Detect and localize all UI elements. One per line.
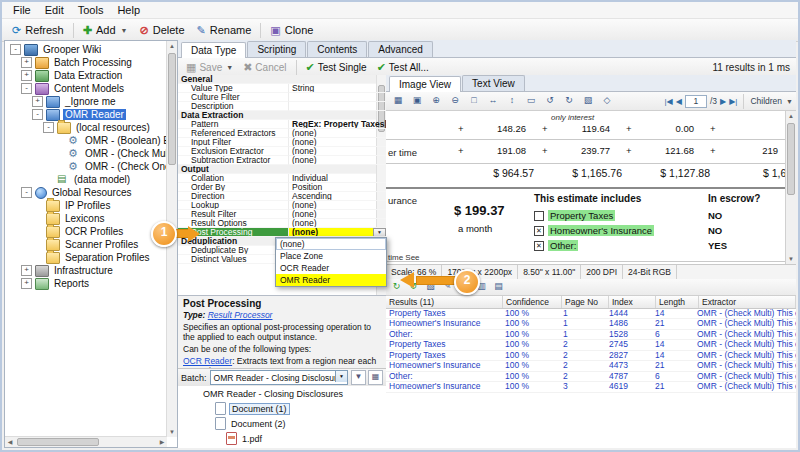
property-value[interactable]: Ascending ▼ — [289, 192, 386, 201]
results-column-header[interactable]: Index — [609, 296, 656, 308]
last-page-button[interactable]: ▶| — [729, 97, 737, 106]
tree-item[interactable]: + Batch Processing — [6, 56, 166, 69]
scroll-down-icon[interactable]: ▼ — [786, 254, 796, 264]
property-row[interactable]: Output ▼ — [178, 165, 386, 174]
property-row[interactable]: Description ▼ — [178, 102, 386, 111]
property-row[interactable]: Value Type String ▼ — [178, 84, 386, 93]
property-value[interactable]: ▼ — [289, 93, 386, 102]
viewer-tab[interactable]: Text View — [462, 75, 525, 91]
property-value[interactable]: (none) ▼ — [289, 201, 386, 210]
zoom-window-icon[interactable]: □ — [465, 93, 483, 109]
result-row[interactable]: Homeowner's Insurance 100 % 2 4473 21 OM… — [386, 361, 796, 372]
page-number-input[interactable]: 1 — [685, 95, 707, 108]
tree-expander[interactable]: - — [32, 109, 43, 120]
rotate-right-icon[interactable]: ↻ — [560, 93, 578, 109]
tree-item[interactable]: - OMR Reader — [6, 108, 166, 121]
editor-tab[interactable]: Data Type — [181, 42, 246, 58]
results-column-header[interactable]: Page No — [562, 296, 609, 308]
scroll-right-icon[interactable]: ▶ — [157, 437, 167, 447]
property-row[interactable]: Result Filter (none) ▼ — [178, 210, 386, 219]
property-value[interactable]: (none) ▼ — [289, 219, 386, 228]
property-value[interactable]: Individual ▼ — [289, 174, 386, 183]
document-page[interactable]: only interest + 148.26 + 119.64 — [386, 111, 786, 264]
tree-item[interactable]: + Data Extraction — [6, 69, 166, 82]
result-row[interactable]: Homeowner's Insurance 100 % 3 4619 21 OM… — [386, 382, 796, 393]
tree-item[interactable]: OMR - (Check One) Assumption — [6, 160, 166, 173]
property-row[interactable]: Lookup (none) ▼ — [178, 201, 386, 210]
property-row[interactable]: Pattern RegEx: Property Taxes|Homeown ▼ — [178, 120, 386, 129]
tree-item[interactable]: (data model) — [6, 173, 166, 186]
tree-expander[interactable]: - — [10, 44, 21, 55]
property-value[interactable]: (none) ▼ — [289, 138, 386, 147]
dropdown-item[interactable]: OMR Reader — [276, 274, 386, 286]
fit-page-icon[interactable]: ▭ — [522, 93, 540, 109]
batch-tree-item[interactable]: Document (2) — [178, 416, 386, 431]
result-row[interactable]: Property Taxes 100 % 2 2827 14 OMR - (Ch… — [386, 351, 796, 362]
tree-item[interactable]: OMR - (Check Multi) This estimate includ — [6, 147, 166, 160]
tree-item[interactable]: + Reports — [6, 277, 166, 290]
rename-button[interactable]: ✎ Rename — [191, 22, 258, 38]
scrollbar-thumb[interactable] — [168, 53, 176, 165]
result-row[interactable]: Other: 100 % 1 1528 6 OMR - (Check Multi… — [386, 330, 796, 341]
cancel-button[interactable]: ✖ Cancel — [239, 61, 290, 74]
property-value[interactable]: (none) ▼ — [289, 210, 386, 219]
results-column-header[interactable]: Confidence — [503, 296, 562, 308]
batch-view-icon[interactable]: ▦ — [368, 370, 383, 385]
ocr-reader-link[interactable]: OCR Reader — [183, 356, 232, 366]
property-value[interactable]: (none) ▼ — [289, 228, 386, 237]
tree-expander[interactable]: - — [21, 187, 32, 198]
tree-item[interactable]: Separation Profiles — [6, 251, 166, 264]
test-single-button[interactable]: ✔ Test Single — [302, 61, 371, 74]
add-button[interactable]: ✚ Add ▼ — [77, 22, 134, 38]
viewer-tab[interactable]: Image View — [389, 76, 461, 92]
children-dropdown-arrow-icon[interactable]: ▼ — [786, 98, 793, 105]
property-value[interactable]: Position ▼ — [289, 183, 386, 192]
delete-button[interactable]: ⊘ Delete — [133, 22, 190, 38]
batch-tree-item[interactable]: Document (1) — [178, 401, 386, 416]
scrollbar-thumb[interactable] — [17, 438, 99, 446]
dropdown-item[interactable]: (none) — [276, 238, 386, 250]
zoom-out-icon[interactable]: ⊖ — [446, 93, 464, 109]
next-page-button[interactable]: ▶ — [720, 97, 726, 106]
test-all-button[interactable]: ✔ Test All... — [373, 61, 433, 74]
zoom-in-icon[interactable]: ⊕ — [427, 93, 445, 109]
property-row[interactable]: Culture Filter ▼ — [178, 93, 386, 102]
menu-item[interactable]: Help — [110, 3, 147, 17]
tree-item[interactable]: - Grooper Wiki — [6, 43, 166, 56]
property-row[interactable]: Post Processing (none) ▼ — [178, 228, 386, 237]
export-icon[interactable]: ▤ — [491, 280, 506, 293]
combo-arrow-icon[interactable]: ▼ — [373, 228, 386, 237]
results-column-header[interactable]: Length — [656, 296, 699, 308]
property-value[interactable]: (none) ▼ — [289, 129, 386, 138]
dropdown-item[interactable]: Place Zone — [276, 250, 386, 262]
editor-tab[interactable]: Contents — [307, 41, 367, 57]
tree-item[interactable]: + Infrastructure — [6, 264, 166, 277]
scroll-up-icon[interactable]: ▲ — [167, 41, 177, 51]
property-value[interactable]: String ▼ — [289, 84, 386, 93]
image-vertical-scrollbar[interactable]: ▲ ▼ — [785, 111, 796, 264]
clone-button[interactable]: ▣ Clone — [264, 22, 319, 38]
previous-page-button[interactable]: ◀ — [676, 97, 682, 106]
result-row[interactable]: Property Taxes 100 % 2 2745 14 OMR - (Ch… — [386, 340, 796, 351]
property-row[interactable]: General ▼ — [178, 75, 386, 84]
fit-width-icon[interactable]: ↔ — [484, 93, 502, 109]
property-row[interactable]: Data Extraction ▼ — [178, 111, 386, 120]
property-row[interactable]: Result Options (none) ▼ — [178, 219, 386, 228]
tree-item[interactable]: - (local resources) — [6, 121, 166, 134]
tree-expander[interactable]: - — [21, 83, 32, 94]
save-image-icon[interactable]: ▦ — [389, 93, 407, 109]
pan-icon[interactable]: ◇ — [598, 93, 616, 109]
tree-expander[interactable]: + — [21, 265, 32, 276]
property-row[interactable]: Referenced Extractors (none) ▼ — [178, 129, 386, 138]
menu-item[interactable]: Edit — [38, 3, 71, 17]
property-row[interactable]: Subtraction Extractor (none) ▼ — [178, 156, 386, 165]
rotate-left-icon[interactable]: ↺ — [541, 93, 559, 109]
tree-item[interactable]: - Global Resources — [6, 186, 166, 199]
tree-item[interactable]: Lexicons — [6, 212, 166, 225]
tree-expander[interactable]: + — [21, 70, 32, 81]
result-row[interactable]: Property Taxes 100 % 1 1444 14 OMR - (Ch… — [386, 309, 796, 320]
tree-item[interactable]: Scanner Profiles — [6, 238, 166, 251]
tree-item[interactable]: OMR - (Boolean) Escrow Acount? — [6, 134, 166, 147]
results-column-header[interactable]: Extractor — [699, 296, 796, 308]
property-row[interactable]: Direction Ascending ▼ — [178, 192, 386, 201]
